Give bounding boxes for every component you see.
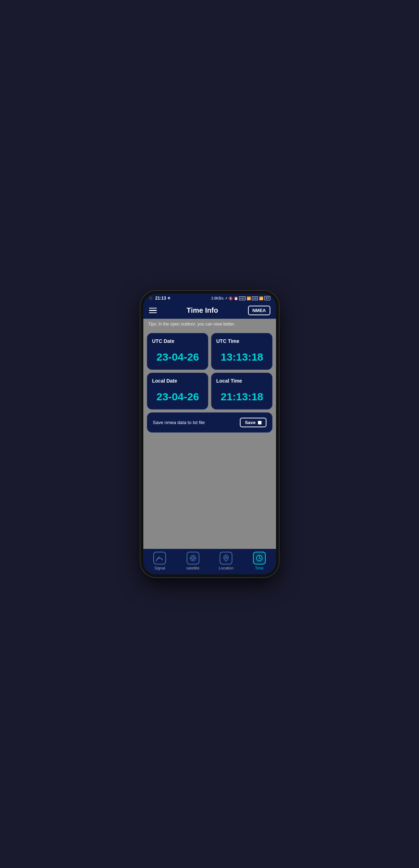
utc-time-label: UTC Time: [216, 338, 268, 344]
cards-grid: UTC Date 23-04-26 UTC Time 13:13:18 Loca…: [147, 333, 272, 410]
main-content: UTC Date 23-04-26 UTC Time 13:13:18 Loca…: [143, 329, 276, 549]
utc-date-card: UTC Date 23-04-26: [147, 333, 208, 370]
location-nav-icon: [220, 552, 232, 564]
local-date-label: Local Date: [152, 378, 204, 384]
satellite-icon: [189, 554, 197, 562]
status-icon-small: ⚙: [167, 296, 170, 300]
phone-frame: 21:13 ⚙ 3.8KB/s ↗ 🔇 ⏰ HD 📶 HD 📶 97 Time …: [140, 291, 279, 577]
utc-time-card: UTC Time 13:13:18: [211, 333, 272, 370]
save-button-icon: [258, 421, 261, 424]
local-date-card: Local Date 23-04-26: [147, 373, 208, 410]
hamburger-menu-button[interactable]: [149, 308, 157, 313]
time-nav-label: Time: [255, 566, 264, 570]
time-nav-icon: [253, 552, 266, 564]
svg-point-0: [159, 560, 160, 561]
location-icon: [222, 554, 230, 562]
camera-dot: [149, 296, 153, 300]
signal-nav-icon: [153, 552, 166, 564]
hd-icon: HD: [239, 296, 246, 300]
status-time: 21:13: [155, 296, 166, 301]
nav-item-satellite[interactable]: satellite: [176, 552, 210, 570]
satellite-nav-label: satellite: [186, 566, 199, 570]
signal-bars-1: 📶: [247, 296, 251, 300]
save-button[interactable]: Save: [240, 418, 266, 427]
signal-bars-2: 📶: [259, 296, 263, 300]
alarm-icon: ⏰: [234, 296, 238, 300]
local-time-value: 21:13:18: [216, 391, 268, 403]
utc-time-value: 13:13:18: [216, 351, 268, 363]
app-header: Time Info NMEA: [143, 302, 276, 319]
arrow-icon: ↗: [225, 296, 227, 300]
utc-date-value: 23-04-26: [152, 351, 204, 363]
svg-point-8: [225, 556, 227, 558]
svg-point-3: [192, 557, 194, 559]
signal-icon: [156, 554, 164, 562]
battery-icon: 97: [264, 296, 270, 300]
nmea-button[interactable]: NMEA: [248, 306, 270, 315]
save-bar: Save nmea data to txt file Save: [147, 412, 272, 433]
status-speed: 3.8KB/s: [211, 296, 224, 300]
nav-item-signal[interactable]: Signal: [143, 552, 177, 570]
page-title: Time Info: [187, 306, 218, 315]
utc-date-label: UTC Date: [152, 338, 204, 344]
local-time-card: Local Time 21:13:18: [211, 373, 272, 410]
nav-item-location[interactable]: Location: [210, 552, 243, 570]
local-date-value: 23-04-26: [152, 391, 204, 403]
status-bar: 21:13 ⚙ 3.8KB/s ↗ 🔇 ⏰ HD 📶 HD 📶 97: [143, 294, 276, 302]
satellite-nav-icon: [187, 552, 199, 564]
tips-text: Tips: In the open outdoor, you can view …: [148, 322, 235, 327]
save-bar-label: Save nmea data to txt file: [153, 420, 205, 425]
gray-filler: [147, 435, 272, 545]
tips-bar: Tips: In the open outdoor, you can view …: [143, 319, 276, 329]
save-button-label: Save: [245, 420, 255, 425]
signal-nav-label: Signal: [154, 566, 165, 570]
local-time-label: Local Time: [216, 378, 268, 384]
bottom-nav: Signal satellite: [143, 549, 276, 574]
mute-icon: 🔇: [228, 296, 233, 300]
nav-item-time[interactable]: Time: [243, 552, 276, 570]
time-icon: [255, 554, 263, 562]
location-nav-label: Location: [219, 566, 233, 570]
hd-icon-2: HD: [252, 296, 258, 300]
status-right: 3.8KB/s ↗ 🔇 ⏰ HD 📶 HD 📶 97: [211, 296, 270, 300]
